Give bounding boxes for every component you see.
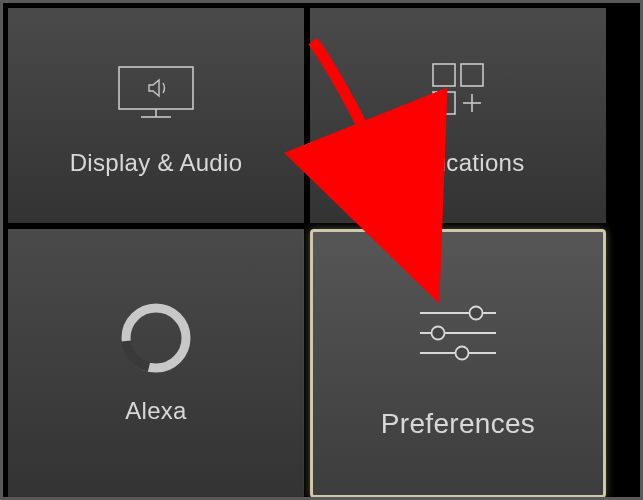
tv-sound-icon bbox=[113, 55, 199, 125]
tile-alexa[interactable]: Alexa bbox=[8, 229, 304, 498]
svg-point-10 bbox=[470, 306, 483, 319]
svg-rect-0 bbox=[119, 67, 193, 109]
tile-label: Applications bbox=[391, 149, 524, 177]
tile-applications[interactable]: Applications bbox=[310, 8, 606, 223]
tile-label: Display & Audio bbox=[70, 149, 243, 177]
svg-rect-4 bbox=[461, 64, 483, 86]
svg-point-14 bbox=[456, 346, 469, 359]
sliders-icon bbox=[412, 288, 504, 378]
alexa-ring-icon bbox=[119, 303, 193, 373]
tile-label: Alexa bbox=[125, 397, 187, 425]
svg-rect-5 bbox=[433, 92, 455, 114]
settings-grid: Display & Audio Applications Alexa bbox=[3, 3, 640, 497]
svg-point-12 bbox=[432, 326, 445, 339]
apps-grid-icon bbox=[425, 55, 491, 125]
tile-display-audio[interactable]: Display & Audio bbox=[8, 8, 304, 223]
tile-label: Preferences bbox=[381, 408, 535, 440]
svg-rect-3 bbox=[433, 64, 455, 86]
tile-preferences[interactable]: Preferences bbox=[310, 229, 606, 498]
